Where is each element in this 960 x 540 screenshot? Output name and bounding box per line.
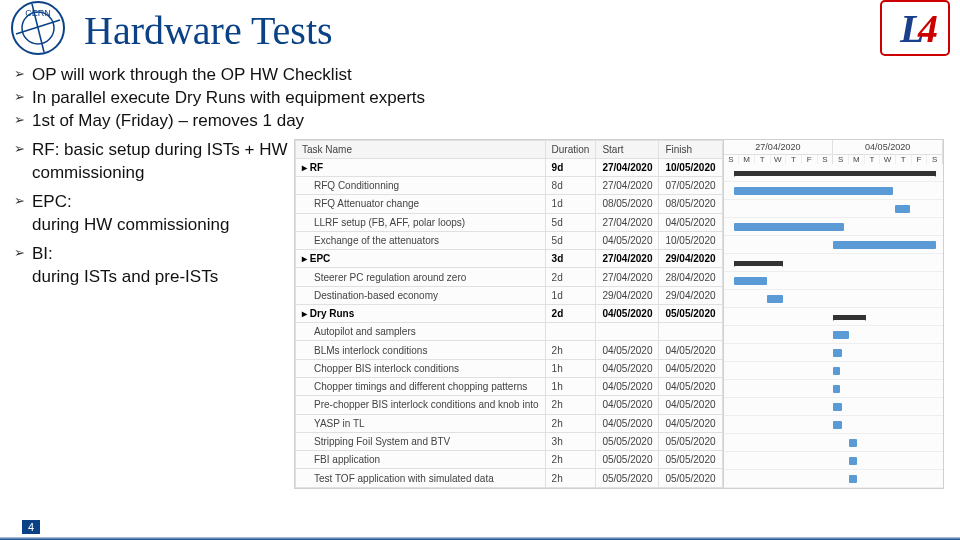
gantt-row: BLMs interlock conditions2h04/05/202004/… [296,341,723,359]
gantt-duration: 1h [545,378,596,396]
gantt-row: Test TOF application with simulated data… [296,469,723,487]
l4-logo: L 4 [880,0,950,56]
gantt-start: 08/05/2020 [596,195,659,213]
gantt-row: Stripping Foil System and BTV3h05/05/202… [296,432,723,450]
gantt-task-name: FBI application [296,451,546,469]
gantt-finish: 04/05/2020 [659,213,722,231]
svg-text:CERN: CERN [25,8,51,18]
gantt-summary-bar [833,315,866,320]
gantt-duration: 5d [545,231,596,249]
top-bullet-list: OP will work through the OP HW Checklist… [0,56,960,133]
gantt-table-header-row: Task Name Duration Start Finish [296,140,723,158]
gantt-row: ▸ Dry Runs2d04/05/202005/05/2020 [296,304,723,322]
gantt-row: Steerer PC regulation around zero2d27/04… [296,268,723,286]
gantt-row: RFQ Attenuator change1d08/05/202008/05/2… [296,195,723,213]
gantt-row: YASP in TL2h04/05/202004/05/2020 [296,414,723,432]
slide-header: CERN Hardware Tests L 4 [0,0,960,56]
gantt-finish: 05/05/2020 [659,469,722,487]
gantt-task-bar [849,439,858,447]
gantt-bar-row [724,470,943,488]
gantt-row: RFQ Conditionning8d27/04/202007/05/2020 [296,177,723,195]
gantt-task-name: ▸ RF [296,158,546,176]
gantt-task-bar [849,475,858,483]
timeline-day-label: F [802,155,818,164]
gantt-task-bar [849,457,858,465]
gantt-summary-bar [734,171,936,176]
gantt-bar-row [724,398,943,416]
gantt-bar-row [724,416,943,434]
gantt-start: 27/04/2020 [596,158,659,176]
gantt-task-name: ▸ EPC [296,250,546,268]
gantt-bar-row [724,344,943,362]
gantt-start: 04/05/2020 [596,378,659,396]
gantt-duration: 5d [545,213,596,231]
gantt-bar-row [724,452,943,470]
gantt-bar-row [724,254,943,272]
gantt-task-name: Steerer PC regulation around zero [296,268,546,286]
gantt-finish: 04/05/2020 [659,359,722,377]
gantt-task-name: Exchange of the attenuators [296,231,546,249]
left-bullet: RF: basic setup during ISTs + HW commiss… [14,139,288,185]
gantt-task-name: Stripping Foil System and BTV [296,432,546,450]
gantt-task-name: LLRF setup (FB, AFF, polar loops) [296,213,546,231]
top-bullet: OP will work through the OP HW Checklist [14,64,950,87]
gantt-finish: 07/05/2020 [659,177,722,195]
gantt-bar-row [724,362,943,380]
gantt-finish [659,323,722,341]
gantt-row: Exchange of the attenuators5d04/05/20201… [296,231,723,249]
gantt-row: ▸ EPC3d27/04/202029/04/2020 [296,250,723,268]
gantt-start: 05/05/2020 [596,451,659,469]
top-bullet: In parallel execute Dry Runs with equipm… [14,87,950,110]
timeline-day-label: T [865,155,881,164]
top-bullet: 1st of May (Friday) – removes 1 day [14,110,950,133]
col-start: Start [596,140,659,158]
gantt-duration: 2h [545,451,596,469]
gantt-duration: 3h [545,432,596,450]
gantt-finish: 10/05/2020 [659,231,722,249]
gantt-bar-row [724,380,943,398]
gantt-finish: 04/05/2020 [659,341,722,359]
gantt-duration: 1d [545,195,596,213]
timeline-day-label: S [818,155,833,164]
col-finish: Finish [659,140,722,158]
gantt-task-name: YASP in TL [296,414,546,432]
gantt-start: 04/05/2020 [596,304,659,322]
timeline-day-label: S [927,155,942,164]
gantt-task-bar [767,295,782,303]
svg-text:4: 4 [917,6,938,51]
gantt-row: Destination-based economy1d29/04/202029/… [296,286,723,304]
gantt-row: Chopper BIS interlock conditions1h04/05/… [296,359,723,377]
gantt-duration: 1d [545,286,596,304]
gantt-start: 27/04/2020 [596,177,659,195]
col-duration: Duration [545,140,596,158]
gantt-task-name: RFQ Attenuator change [296,195,546,213]
gantt-task-bar [833,349,842,357]
gantt-row: FBI application2h05/05/202005/05/2020 [296,451,723,469]
gantt-duration: 2h [545,414,596,432]
gantt-task-name: BLMs interlock conditions [296,341,546,359]
left-bullet: BI: during ISTs and pre-ISTs [14,243,288,289]
gantt-bar-row [724,326,943,344]
gantt-row: ▸ RF9d27/04/202010/05/2020 [296,158,723,176]
timeline-day-label: S [833,155,849,164]
gantt-finish: 04/05/2020 [659,414,722,432]
gantt-timeline: 27/04/2020 SMTWTFS 04/05/2020 SMTWTFS [723,140,943,488]
gantt-finish: 08/05/2020 [659,195,722,213]
left-bullet-list: RF: basic setup during ISTs + HW commiss… [14,139,288,295]
gantt-start: 27/04/2020 [596,213,659,231]
gantt-bar-row [724,164,943,182]
gantt-finish: 29/04/2020 [659,286,722,304]
gantt-finish: 05/05/2020 [659,451,722,469]
gantt-bar-row [724,308,943,326]
gantt-row: Chopper timings and different chopping p… [296,378,723,396]
timeline-day-label: F [912,155,928,164]
timeline-day-label: T [896,155,912,164]
left-bullet: EPC: during HW commissioning [14,191,288,237]
gantt-bar-row [724,290,943,308]
gantt-task-bar [833,331,848,339]
timeline-day-label: M [849,155,865,164]
gantt-duration: 2h [545,396,596,414]
gantt-start: 04/05/2020 [596,396,659,414]
gantt-start [596,323,659,341]
gantt-task-name: Autopilot and samplers [296,323,546,341]
